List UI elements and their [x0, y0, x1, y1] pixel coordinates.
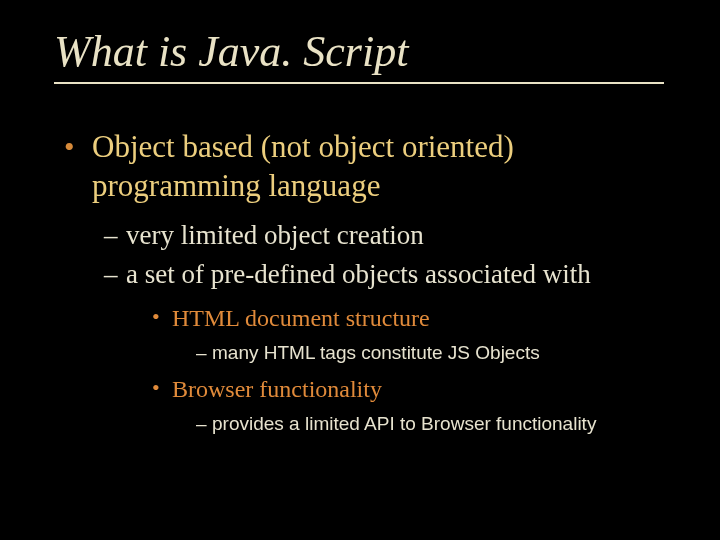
list-item: many HTML tags constitute JS Objects	[196, 340, 680, 367]
bullet-text: HTML document structure	[172, 305, 430, 331]
bullet-list-level1: Object based (not object oriented) progr…	[64, 128, 680, 438]
bullet-text: provides a limited API to Browser functi…	[212, 413, 596, 434]
bullet-list-level2: very limited object creation a set of pr…	[104, 218, 680, 438]
bullet-text: a set of pre-defined objects associated …	[126, 259, 591, 289]
bullet-list-level3: HTML document structure many HTML tags c…	[152, 302, 680, 438]
slide-title: What is Java. Script	[54, 28, 680, 76]
bullet-text: Browser functionality	[172, 376, 382, 402]
list-item: HTML document structure many HTML tags c…	[152, 302, 680, 367]
title-underline	[54, 82, 664, 84]
bullet-list-level4: provides a limited API to Browser functi…	[196, 411, 680, 438]
bullet-list-level4: many HTML tags constitute JS Objects	[196, 340, 680, 367]
list-item: Object based (not object oriented) progr…	[64, 128, 680, 438]
list-item: Browser functionality provides a limited…	[152, 373, 680, 438]
list-item: provides a limited API to Browser functi…	[196, 411, 680, 438]
bullet-text: Object based (not object oriented) progr…	[92, 129, 514, 203]
list-item: a set of pre-defined objects associated …	[104, 257, 680, 438]
bullet-text: very limited object creation	[126, 220, 424, 250]
bullet-text: many HTML tags constitute JS Objects	[212, 342, 540, 363]
slide: What is Java. Script Object based (not o…	[0, 0, 720, 540]
list-item: very limited object creation	[104, 218, 680, 253]
